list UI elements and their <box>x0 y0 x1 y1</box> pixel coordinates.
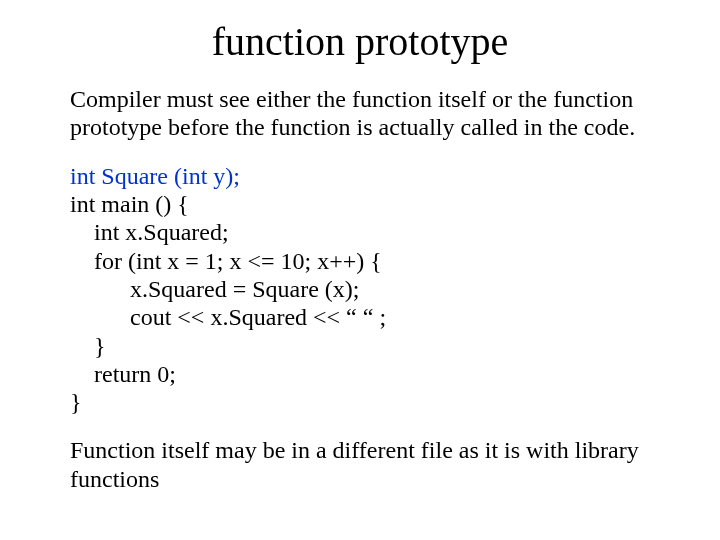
code-line: } <box>70 389 82 415</box>
code-line: int x.Squared; <box>70 219 229 245</box>
code-line: } <box>70 333 106 359</box>
code-line: return 0; <box>70 361 176 387</box>
code-block: int Square (int y); int main () { int x.… <box>70 162 650 417</box>
code-line-prototype: int Square (int y); <box>70 163 240 189</box>
slide-title: function prototype <box>70 18 650 65</box>
code-line: x.Squared = Square (x); <box>70 276 359 302</box>
code-line: cout << x.Squared << “ “ ; <box>70 304 386 330</box>
slide: function prototype Compiler must see eit… <box>0 0 720 540</box>
footnote-paragraph: Function itself may be in a different fi… <box>70 436 650 493</box>
intro-paragraph: Compiler must see either the function it… <box>70 85 650 142</box>
code-line: for (int x = 1; x <= 10; x++) { <box>70 248 382 274</box>
code-line: int main () { <box>70 191 189 217</box>
